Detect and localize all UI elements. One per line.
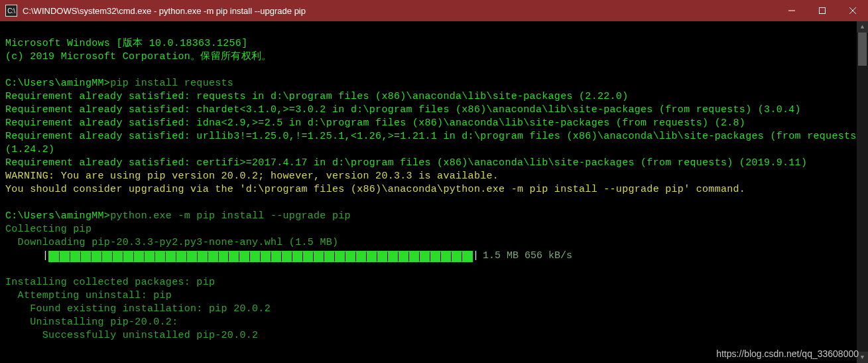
scrollbar-track[interactable] [857, 33, 868, 352]
progress-cell [166, 252, 176, 261]
progress-cell [324, 252, 335, 261]
terminal-output: Installing collected packages: pip Attem… [5, 263, 868, 342]
chevron-up-icon: ▲ [861, 24, 864, 31]
minimize-icon [788, 7, 795, 14]
progress-cell [367, 252, 377, 261]
progress-cell [123, 252, 134, 261]
output-line: Requirement already satisfied: urllib3!=… [5, 131, 868, 155]
close-button[interactable] [837, 0, 868, 21]
output-line: Requirement already satisfied: requests … [5, 91, 628, 102]
warning-line: You should consider upgrading via the 'd… [5, 184, 745, 195]
progress-cell [176, 252, 187, 261]
output-line: Requirement already satisfied: chardet<3… [5, 104, 801, 115]
progress-cell [345, 252, 356, 261]
progress-cell [229, 252, 239, 261]
command-text: python.exe -m pip install --upgrade pip [110, 210, 351, 222]
progress-cell [70, 252, 81, 261]
output-line: Successfully uninstalled pip-20.0.2 [5, 330, 258, 341]
scroll-down-button[interactable]: ▼ [857, 352, 868, 363]
progress-cell [261, 252, 271, 261]
progress-cell [198, 252, 208, 261]
progress-cell [430, 252, 441, 261]
minimize-button[interactable] [776, 0, 807, 21]
progress-cell [282, 252, 292, 261]
close-icon [849, 7, 856, 14]
output-line: Uninstalling pip-20.0.2: [5, 317, 178, 328]
progress-stats: 1.5 MB 656 kB/s [483, 250, 572, 263]
scrollbar-thumb[interactable] [858, 33, 867, 66]
progress-cell [49, 252, 60, 261]
output-line: Downloading pip-20.3.3-py2.py3-none-any.… [5, 237, 338, 248]
maximize-icon [819, 7, 826, 14]
vertical-scrollbar[interactable]: ▲ ▼ [857, 21, 868, 363]
progress-cell [187, 252, 198, 261]
output-line: Attempting uninstall: pip [5, 290, 172, 301]
progress-pipe: | [42, 250, 48, 263]
progress-cell [208, 252, 219, 261]
banner-line: (c) 2019 Microsoft Corporation。保留所有权利。 [5, 51, 271, 62]
scroll-up-button[interactable]: ▲ [857, 21, 868, 33]
progress-cell [409, 252, 420, 261]
progress-pipe: | [473, 250, 479, 263]
prompt: C:\Users\amingMM> [5, 78, 110, 89]
output-line: Installing collected packages: pip [5, 277, 215, 288]
progress-cell [399, 252, 409, 261]
progress-cell [303, 252, 314, 261]
progress-cell [388, 252, 399, 261]
progress-cell [292, 252, 303, 261]
progress-row: | | 1.5 MB 656 kB/s [42, 250, 868, 263]
output-line: Found existing installation: pip 20.0.2 [5, 303, 271, 315]
progress-cell [250, 252, 261, 261]
output-line: Requirement already satisfied: idna<2.9,… [5, 117, 745, 129]
progress-cell [377, 252, 388, 261]
progress-cell [134, 252, 145, 261]
progress-cell [441, 252, 452, 261]
progress-cell [239, 252, 250, 261]
output-line: Requirement already satisfied: certifi>=… [5, 157, 807, 169]
window-titlebar: C:\ C:\WINDOWS\system32\cmd.exe - python… [0, 0, 868, 21]
output-line: Collecting pip [5, 224, 92, 235]
progress-cell [356, 252, 367, 261]
watermark-text: https://blog.csdn.net/qq_33608000 [716, 348, 859, 359]
progress-cell [314, 252, 324, 261]
progress-cell [81, 252, 92, 261]
prompt: C:\Users\amingMM> [5, 210, 110, 222]
progress-cell [420, 252, 430, 261]
progress-cell [462, 252, 472, 261]
progress-cell [271, 252, 282, 261]
progress-cell [452, 252, 462, 261]
warning-line: WARNING: You are using pip version 20.0.… [5, 171, 499, 182]
window-title: C:\WINDOWS\system32\cmd.exe - python.exe… [23, 6, 306, 16]
terminal-output: Microsoft Windows [版本 10.0.18363.1256] (… [5, 24, 868, 250]
banner-line: Microsoft Windows [版本 10.0.18363.1256] [5, 38, 247, 49]
progress-cell [155, 252, 166, 261]
progress-cell [335, 252, 345, 261]
progress-cell [113, 252, 123, 261]
cmd-icon: C:\ [5, 5, 17, 17]
terminal-area[interactable]: Microsoft Windows [版本 10.0.18363.1256] (… [0, 21, 868, 363]
maximize-button[interactable] [807, 0, 837, 21]
progress-cell [92, 252, 102, 261]
progress-cell [102, 252, 113, 261]
progress-bar [48, 251, 473, 262]
command-text: pip install requests [110, 78, 233, 89]
progress-cell [60, 252, 70, 261]
svg-rect-1 [820, 8, 826, 14]
chevron-down-icon: ▼ [861, 354, 864, 361]
progress-cell [145, 252, 155, 261]
progress-cell [219, 252, 229, 261]
